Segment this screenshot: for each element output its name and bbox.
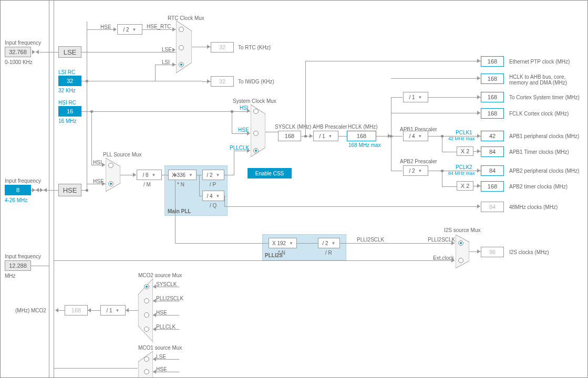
apb2-sel[interactable]: / 2▼ (403, 165, 428, 176)
apb2-mult: X 2 (457, 181, 473, 191)
i2s-mux[interactable] (456, 235, 469, 268)
plli2s-title: PLLI2S (265, 253, 283, 258)
mco1-o1: LSE (156, 354, 166, 360)
apb2p-val[interactable]: 84 (481, 165, 504, 176)
hse-freq-input[interactable]: 8 (5, 185, 31, 195)
fclk-lbl: FCLK Cortex clock (MHz) (509, 111, 569, 117)
plli2s-clk: PLLI2SCLK (357, 237, 384, 243)
i2s-freq-input[interactable]: 12.288 (5, 260, 31, 271)
rtc-label: To RTC (KHz) (238, 45, 271, 50)
enable-css-button[interactable]: Enable CSS (247, 168, 292, 178)
mco1-r2[interactable] (144, 369, 149, 374)
apb1t-val[interactable]: 84 (481, 146, 504, 157)
apb1-sel[interactable]: / 4▼ (403, 131, 428, 141)
mco2-o3: HSE (156, 310, 167, 316)
cortex-sys-lbl: To Cortex System timer (MHz) (509, 94, 580, 100)
rtc-mux-lse[interactable] (179, 45, 184, 50)
rtc-mux-hse[interactable] (179, 27, 184, 32)
pll-src-hse-radio[interactable] (108, 181, 114, 186)
apb2t-val[interactable]: 168 (481, 181, 504, 192)
hclk-out-lbl: HCLK to AHB bus, core, memory and DMA (M… (509, 74, 577, 86)
pll-p[interactable]: / 2▼ (202, 170, 224, 180)
lsi-rc-label: LSI RC (58, 69, 75, 75)
pll-m-div[interactable]: / 8▼ (137, 170, 162, 180)
plli2s-r-lbl: / R (325, 250, 332, 256)
cortex-sys-val[interactable]: 168 (481, 92, 504, 102)
plli2s-n[interactable]: X 192▼ (269, 238, 297, 248)
apb2-pclk: PCLK2 (456, 164, 472, 170)
lse-freq-input[interactable]: 32.768 (5, 47, 31, 57)
apb1-pclk: PCLK1 (456, 130, 472, 135)
rtc-mux-lsi[interactable] (179, 62, 184, 67)
rtc-lsi-label: LSI (162, 59, 170, 65)
mco2-o1: SYSCLK (156, 281, 177, 287)
lse-osc: LSE (58, 46, 81, 58)
apb2-lbl: APB2 Prescaler (400, 159, 437, 164)
apb1-mult: X 2 (457, 146, 473, 156)
iwdg-val: 32 (211, 76, 234, 87)
eth-val[interactable]: 168 (481, 56, 504, 67)
pll-n-lbl: * N (177, 182, 184, 187)
plli2s-r[interactable]: / 2▼ (318, 238, 340, 248)
mco2-r3[interactable] (144, 312, 149, 318)
mco2-r2[interactable] (144, 298, 149, 303)
rtc-lse-label: LSE (162, 47, 172, 52)
sysclk-hse-radio[interactable] (253, 131, 259, 136)
lsi-unit: 32 KHz (58, 88, 76, 93)
hse-rtc-div[interactable]: / 2▼ (117, 24, 142, 35)
i2s-mux-title: I2S source Mux (444, 227, 480, 233)
rtc-val: 32 (211, 42, 234, 52)
mco2-sel[interactable]: / 1▼ (100, 305, 126, 316)
usb48-lbl: 48MHz clocks (MHz) (509, 204, 558, 210)
pll-src-hsi-radio[interactable] (108, 163, 114, 168)
mco1-o2: HSE (156, 366, 167, 372)
sysclk-mux-title: System Clock Mux (233, 98, 276, 104)
lsi-val: 32 (58, 76, 81, 86)
cortex-div[interactable]: / 1▼ (403, 92, 428, 102)
hsi-rc-label: HSI RC (58, 100, 76, 106)
svg-marker-3 (456, 235, 469, 268)
pll-n[interactable]: X 336▼ (168, 170, 197, 180)
pll-q[interactable]: / 4▼ (202, 191, 224, 201)
usb48-val: 84 (481, 202, 504, 212)
lse-range: 0-1000 KHz (5, 59, 33, 65)
pll-m-lbl: / M (143, 182, 151, 187)
lse-freq-label: Input frequency (5, 40, 41, 46)
hsi-unit: 16 MHz (58, 118, 76, 124)
hsi-val: 16 (58, 106, 81, 117)
pll-src-mux[interactable] (106, 158, 120, 192)
sysclk-hsi-radio[interactable] (253, 109, 259, 114)
sysclk-pll-radio[interactable] (253, 148, 259, 153)
i2s-val: 96 (481, 247, 504, 257)
hse-range: 4-26 MHz (5, 197, 27, 203)
mco1-r1[interactable] (144, 356, 149, 362)
hclk-out-val[interactable]: 168 (481, 74, 504, 84)
apb2t-lbl: APB2 timer clocks (MHz) (509, 184, 568, 190)
hse-freq-label: Input frequency (5, 178, 41, 184)
eth-lbl: Ethernet PTP clock (MHz) (509, 59, 570, 65)
mco2-r4[interactable] (144, 327, 149, 332)
svg-marker-1 (106, 158, 120, 192)
hclk-val[interactable]: 168 (347, 131, 376, 141)
ahb-sel[interactable]: / 1▼ (313, 131, 338, 141)
mco2-r1[interactable] (144, 284, 149, 289)
hclk-lbl: HCLK (MHz) (348, 124, 378, 130)
i2s-lbl: I2S clocks (MHz) (509, 249, 549, 255)
mco2-val: 168 (65, 305, 88, 316)
apb1p-val[interactable]: 42 (481, 131, 504, 141)
apb1t-lbl: APB1 Timer clocks (MHz) (509, 149, 569, 155)
i2s-freq-unit: MHz (5, 273, 16, 279)
fclk-val[interactable]: 168 (481, 108, 504, 119)
apb2-max: 84 MHz max (448, 171, 475, 176)
i2s-freq-label: Input frequency (5, 254, 41, 259)
mco2-label: (MHz) MCO2 (15, 308, 46, 313)
i2s-mux-r2[interactable] (458, 258, 463, 263)
sysclk-val[interactable]: 168 (278, 131, 301, 141)
i2s-mux-r1[interactable] (458, 240, 463, 246)
iwdg-label: To IWDG (KHz) (238, 79, 274, 85)
mco2-o2: PLLI2SCLK (156, 296, 183, 301)
mco2-o4: PLLCLK (156, 324, 176, 330)
pll-main-title: Main PLL (168, 208, 191, 214)
ahb-lbl: AHB Prescaler (313, 124, 347, 130)
hclk-max: 168 MHz max (348, 142, 381, 148)
